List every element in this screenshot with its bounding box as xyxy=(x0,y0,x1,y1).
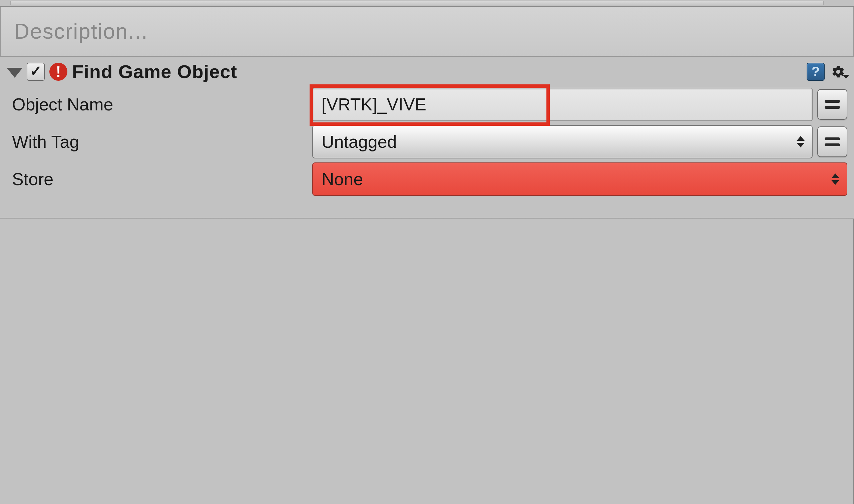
row-object-name: Object Name [VRTK]_VIVE xyxy=(0,86,854,123)
param-button-with-tag[interactable] xyxy=(817,126,847,157)
dropdown-store[interactable]: None xyxy=(312,162,847,196)
description-input[interactable]: Description... xyxy=(0,7,854,57)
dropdown-store-value: None xyxy=(322,169,363,189)
top-bar-field[interactable] xyxy=(10,1,824,5)
dropdown-arrows-icon xyxy=(797,136,805,147)
empty-area xyxy=(0,219,854,504)
dropdown-with-tag-value: Untagged xyxy=(322,132,397,152)
dropdown-with-tag[interactable]: Untagged xyxy=(312,125,813,159)
gear-icon[interactable] xyxy=(829,63,847,81)
gear-svg-icon xyxy=(831,65,845,79)
label-object-name: Object Name xyxy=(12,94,312,114)
component-title: Find Game Object xyxy=(72,61,237,83)
help-icon[interactable]: ? xyxy=(806,63,825,81)
label-with-tag: With Tag xyxy=(12,132,312,152)
input-object-name[interactable]: [VRTK]_VIVE xyxy=(312,88,813,121)
foldout-arrow-icon[interactable] xyxy=(7,68,23,78)
inspector-panel: Description... ✓ ! Find Game Object ? Ob… xyxy=(0,0,854,504)
label-store: Store xyxy=(12,169,312,189)
error-icon: ! xyxy=(49,63,67,81)
checkmark-icon: ✓ xyxy=(30,64,42,78)
param-button-object-name[interactable] xyxy=(817,89,847,120)
dropdown-arrows-icon xyxy=(831,174,839,185)
component-enabled-checkbox[interactable]: ✓ xyxy=(27,63,45,81)
row-with-tag: With Tag Untagged xyxy=(0,123,854,160)
top-bar xyxy=(0,0,854,7)
row-store: Store None xyxy=(0,160,854,198)
component-header[interactable]: ✓ ! Find Game Object ? xyxy=(0,57,854,86)
